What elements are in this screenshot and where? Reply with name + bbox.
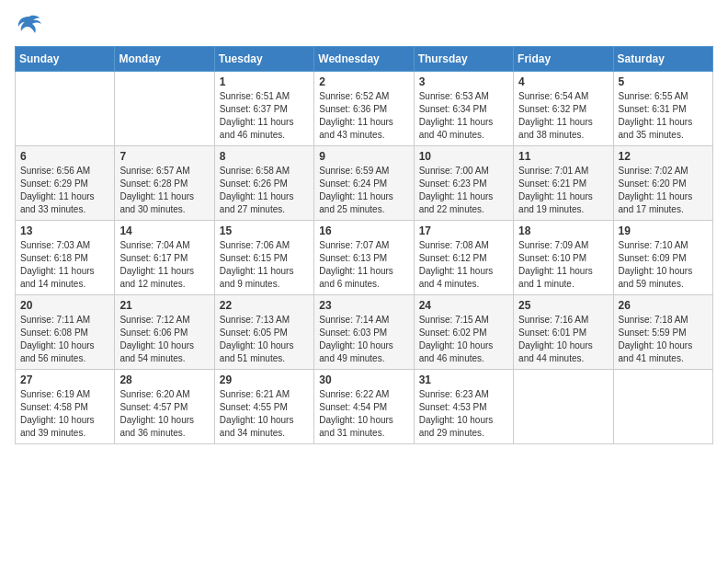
day-info: Sunrise: 7:00 AM Sunset: 6:23 PM Dayligh… bbox=[419, 165, 508, 216]
day-info: Sunrise: 6:55 AM Sunset: 6:31 PM Dayligh… bbox=[619, 90, 708, 142]
day-info: Sunrise: 6:23 AM Sunset: 4:53 PM Dayligh… bbox=[419, 388, 508, 440]
day-of-week-header: Monday bbox=[115, 47, 214, 72]
day-number: 29 bbox=[220, 373, 309, 386]
calendar-cell: 10Sunrise: 7:00 AM Sunset: 6:23 PM Dayli… bbox=[414, 146, 513, 221]
day-info: Sunrise: 7:01 AM Sunset: 6:21 PM Dayligh… bbox=[518, 165, 608, 216]
calendar-week-row: 13Sunrise: 7:03 AM Sunset: 6:18 PM Dayli… bbox=[16, 221, 713, 295]
calendar-cell bbox=[115, 72, 214, 146]
day-info: Sunrise: 7:12 AM Sunset: 6:06 PM Dayligh… bbox=[119, 314, 209, 365]
day-info: Sunrise: 6:54 AM Sunset: 6:32 PM Dayligh… bbox=[518, 90, 608, 142]
day-info: Sunrise: 7:09 AM Sunset: 6:10 PM Dayligh… bbox=[518, 239, 608, 291]
calendar-cell: 3Sunrise: 6:53 AM Sunset: 6:34 PM Daylig… bbox=[414, 72, 513, 146]
day-number: 25 bbox=[518, 299, 608, 312]
day-of-week-header: Saturday bbox=[613, 47, 712, 72]
day-number: 5 bbox=[619, 75, 708, 88]
day-of-week-header: Tuesday bbox=[214, 47, 313, 72]
calendar-cell: 12Sunrise: 7:02 AM Sunset: 6:20 PM Dayli… bbox=[613, 146, 712, 221]
day-info: Sunrise: 7:15 AM Sunset: 6:02 PM Dayligh… bbox=[419, 314, 508, 365]
calendar-cell: 23Sunrise: 7:14 AM Sunset: 6:03 PM Dayli… bbox=[314, 295, 414, 370]
day-info: Sunrise: 7:16 AM Sunset: 6:01 PM Dayligh… bbox=[518, 314, 608, 365]
calendar-cell: 26Sunrise: 7:18 AM Sunset: 5:59 PM Dayli… bbox=[613, 295, 712, 370]
calendar-cell: 31Sunrise: 6:23 AM Sunset: 4:53 PM Dayli… bbox=[414, 370, 513, 444]
calendar-cell: 9Sunrise: 6:59 AM Sunset: 6:24 PM Daylig… bbox=[314, 146, 414, 221]
day-info: Sunrise: 7:04 AM Sunset: 6:17 PM Dayligh… bbox=[119, 239, 209, 291]
day-number: 26 bbox=[619, 299, 708, 312]
day-info: Sunrise: 6:19 AM Sunset: 4:58 PM Dayligh… bbox=[20, 388, 109, 440]
calendar-cell: 19Sunrise: 7:10 AM Sunset: 6:09 PM Dayli… bbox=[613, 221, 712, 295]
day-number: 9 bbox=[319, 150, 408, 163]
day-number: 22 bbox=[220, 299, 309, 312]
day-info: Sunrise: 6:21 AM Sunset: 4:55 PM Dayligh… bbox=[220, 388, 309, 440]
calendar-cell: 5Sunrise: 6:55 AM Sunset: 6:31 PM Daylig… bbox=[613, 72, 712, 146]
calendar-cell: 21Sunrise: 7:12 AM Sunset: 6:06 PM Dayli… bbox=[115, 295, 214, 370]
day-of-week-header: Thursday bbox=[414, 47, 513, 72]
calendar-cell: 1Sunrise: 6:51 AM Sunset: 6:37 PM Daylig… bbox=[214, 72, 313, 146]
day-number: 18 bbox=[518, 224, 608, 237]
calendar-cell: 29Sunrise: 6:21 AM Sunset: 4:55 PM Dayli… bbox=[214, 370, 313, 444]
day-number: 31 bbox=[419, 373, 508, 386]
day-info: Sunrise: 7:08 AM Sunset: 6:12 PM Dayligh… bbox=[419, 239, 508, 291]
calendar-cell: 14Sunrise: 7:04 AM Sunset: 6:17 PM Dayli… bbox=[115, 221, 214, 295]
day-info: Sunrise: 6:56 AM Sunset: 6:29 PM Dayligh… bbox=[20, 165, 109, 216]
calendar-cell: 15Sunrise: 7:06 AM Sunset: 6:15 PM Dayli… bbox=[214, 221, 313, 295]
calendar-cell: 16Sunrise: 7:07 AM Sunset: 6:13 PM Dayli… bbox=[314, 221, 414, 295]
calendar-cell: 17Sunrise: 7:08 AM Sunset: 6:12 PM Dayli… bbox=[414, 221, 513, 295]
day-number: 7 bbox=[119, 150, 209, 163]
day-info: Sunrise: 7:18 AM Sunset: 5:59 PM Dayligh… bbox=[619, 314, 708, 365]
day-number: 16 bbox=[319, 224, 408, 237]
calendar-cell: 13Sunrise: 7:03 AM Sunset: 6:18 PM Dayli… bbox=[16, 221, 115, 295]
day-number: 15 bbox=[220, 224, 309, 237]
logo-bird-icon bbox=[17, 15, 42, 35]
logo bbox=[15, 15, 42, 35]
day-number: 24 bbox=[419, 299, 508, 312]
calendar-cell bbox=[16, 72, 115, 146]
calendar-cell: 11Sunrise: 7:01 AM Sunset: 6:21 PM Dayli… bbox=[514, 146, 613, 221]
day-info: Sunrise: 6:57 AM Sunset: 6:28 PM Dayligh… bbox=[119, 165, 209, 216]
page-header bbox=[15, 15, 713, 35]
day-info: Sunrise: 6:58 AM Sunset: 6:26 PM Dayligh… bbox=[220, 165, 309, 216]
day-number: 28 bbox=[119, 373, 209, 386]
calendar-table: SundayMondayTuesdayWednesdayThursdayFrid… bbox=[15, 46, 713, 444]
day-number: 2 bbox=[319, 75, 408, 88]
day-info: Sunrise: 7:11 AM Sunset: 6:08 PM Dayligh… bbox=[20, 314, 109, 365]
day-of-week-header: Friday bbox=[514, 47, 613, 72]
calendar-cell: 7Sunrise: 6:57 AM Sunset: 6:28 PM Daylig… bbox=[115, 146, 214, 221]
calendar-cell: 28Sunrise: 6:20 AM Sunset: 4:57 PM Dayli… bbox=[115, 370, 214, 444]
calendar-week-row: 1Sunrise: 6:51 AM Sunset: 6:37 PM Daylig… bbox=[16, 72, 713, 146]
calendar-week-row: 6Sunrise: 6:56 AM Sunset: 6:29 PM Daylig… bbox=[16, 146, 713, 221]
day-number: 13 bbox=[20, 224, 109, 237]
calendar-cell: 8Sunrise: 6:58 AM Sunset: 6:26 PM Daylig… bbox=[214, 146, 313, 221]
day-number: 11 bbox=[518, 150, 608, 163]
day-info: Sunrise: 7:13 AM Sunset: 6:05 PM Dayligh… bbox=[220, 314, 309, 365]
calendar-cell: 30Sunrise: 6:22 AM Sunset: 4:54 PM Dayli… bbox=[314, 370, 414, 444]
day-info: Sunrise: 7:07 AM Sunset: 6:13 PM Dayligh… bbox=[319, 239, 408, 291]
day-number: 12 bbox=[619, 150, 708, 163]
day-number: 30 bbox=[319, 373, 408, 386]
day-number: 20 bbox=[20, 299, 109, 312]
calendar-cell: 20Sunrise: 7:11 AM Sunset: 6:08 PM Dayli… bbox=[16, 295, 115, 370]
calendar-header-row: SundayMondayTuesdayWednesdayThursdayFrid… bbox=[16, 47, 713, 72]
day-number: 3 bbox=[419, 75, 508, 88]
day-number: 17 bbox=[419, 224, 508, 237]
day-info: Sunrise: 6:59 AM Sunset: 6:24 PM Dayligh… bbox=[319, 165, 408, 216]
calendar-cell bbox=[613, 370, 712, 444]
day-number: 4 bbox=[518, 75, 608, 88]
calendar-week-row: 27Sunrise: 6:19 AM Sunset: 4:58 PM Dayli… bbox=[16, 370, 713, 444]
day-number: 19 bbox=[619, 224, 708, 237]
day-info: Sunrise: 7:14 AM Sunset: 6:03 PM Dayligh… bbox=[319, 314, 408, 365]
calendar-cell: 6Sunrise: 6:56 AM Sunset: 6:29 PM Daylig… bbox=[16, 146, 115, 221]
day-info: Sunrise: 6:52 AM Sunset: 6:36 PM Dayligh… bbox=[319, 90, 408, 142]
calendar-cell: 27Sunrise: 6:19 AM Sunset: 4:58 PM Dayli… bbox=[16, 370, 115, 444]
day-info: Sunrise: 6:22 AM Sunset: 4:54 PM Dayligh… bbox=[319, 388, 408, 440]
day-number: 27 bbox=[20, 373, 109, 386]
calendar-cell: 18Sunrise: 7:09 AM Sunset: 6:10 PM Dayli… bbox=[514, 221, 613, 295]
day-info: Sunrise: 6:53 AM Sunset: 6:34 PM Dayligh… bbox=[419, 90, 508, 142]
day-number: 8 bbox=[220, 150, 309, 163]
day-info: Sunrise: 6:51 AM Sunset: 6:37 PM Dayligh… bbox=[220, 90, 309, 142]
calendar-cell bbox=[514, 370, 613, 444]
calendar-cell: 2Sunrise: 6:52 AM Sunset: 6:36 PM Daylig… bbox=[314, 72, 414, 146]
calendar-cell: 22Sunrise: 7:13 AM Sunset: 6:05 PM Dayli… bbox=[214, 295, 313, 370]
day-number: 1 bbox=[220, 75, 309, 88]
day-number: 14 bbox=[119, 224, 209, 237]
calendar-cell: 4Sunrise: 6:54 AM Sunset: 6:32 PM Daylig… bbox=[514, 72, 613, 146]
